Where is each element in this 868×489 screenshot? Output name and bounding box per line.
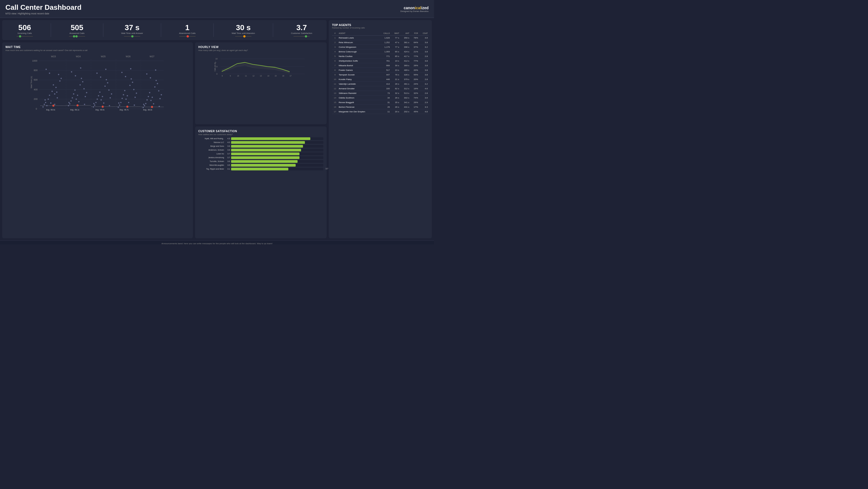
svg-point-47 — [55, 87, 57, 88]
agent-name: Reinwald Lowis — [338, 35, 379, 40]
svg-point-92 — [96, 72, 98, 74]
scatter-svg: 0 200 400 600 800 1000 Wait Time (s) — [5, 54, 190, 114]
wait-time-answer-value: 37 s — [125, 24, 140, 31]
svg-text:0: 0 — [36, 108, 37, 110]
svg-point-107 — [130, 78, 132, 80]
svg-text:1000: 1000 — [32, 59, 37, 62]
svg-point-128 — [157, 83, 158, 84]
scatter-container: 0 200 400 600 800 1000 Wait Time (s) — [5, 54, 190, 114]
footer: Announcements band: here you can write m… — [0, 240, 434, 245]
agent-csat: 3.2 — [419, 82, 429, 86]
col-agent: AGENT — [338, 31, 379, 35]
agent-csat: 3.6 — [419, 95, 429, 100]
col-wait: WAIT — [391, 31, 400, 35]
svg-point-97 — [118, 106, 119, 108]
agent-name: Koralle Patey — [338, 77, 379, 82]
svg-point-59 — [70, 100, 72, 102]
agent-name: Nerita Coultas — [338, 54, 379, 59]
svg-text:W23: W23 — [51, 55, 56, 58]
agent-fcr: 77% — [410, 59, 419, 63]
svg-text:5: 5 — [216, 65, 218, 68]
right-charts: HOURLY VIEW How many calls (on avg.) doe… — [195, 42, 327, 238]
csat-row-1: Hyatt, Will and Rodrig.. 4.3 — [198, 137, 323, 140]
agents-table: # AGENT CALLS WAIT AHT FCR CSAT 1 Reinwa… — [332, 31, 429, 114]
agent-calls: 517 — [379, 68, 391, 72]
svg-text:Avg.: 38.3s: Avg.: 38.3s — [143, 109, 152, 111]
agent-aht: 379 s — [400, 77, 410, 82]
svg-point-90 — [110, 97, 111, 98]
agent-wait: 76 s — [391, 72, 400, 77]
agent-aht: 461 s — [400, 82, 410, 86]
csat-title: CUSTOMER SATISFACTION — [198, 130, 323, 133]
svg-point-114 — [130, 68, 131, 69]
svg-text:Avg.: 46.7s: Avg.: 46.7s — [120, 109, 129, 111]
wait-time-subtitle: How much time are customers waiting for … — [5, 49, 190, 52]
stat-wait-time-abandon: 30 s Wait Time until Abandon — [231, 24, 255, 37]
svg-point-103 — [125, 98, 127, 100]
svg-point-64 — [77, 95, 78, 96]
stat-csat: 3.7 Customer Satisfaction — [291, 24, 312, 37]
stat-abandoned-calls: 1 Abandoned Calls — [179, 24, 195, 37]
svg-point-116 — [134, 104, 135, 106]
wait-time-answer-indicator — [124, 36, 140, 37]
answered-calls-label: Answered Calls — [69, 32, 85, 34]
left-panel: 506 Incoming Calls 505 Answered Calls 37… — [2, 20, 327, 238]
header-right: canonicalized Designed by Dorian Banutoi… — [400, 6, 429, 12]
agent-fcr: 37% — [410, 45, 419, 50]
svg-point-37 — [42, 106, 44, 108]
agent-aht: 396 s — [400, 45, 410, 50]
svg-point-55 — [44, 99, 46, 101]
svg-point-122 — [149, 92, 150, 93]
agent-name: Fowler Gaines — [338, 68, 379, 72]
svg-point-46 — [54, 93, 55, 95]
svg-point-91 — [111, 93, 112, 95]
svg-text:W24: W24 — [76, 55, 81, 58]
footer-text: Announcements band: here you can write m… — [161, 242, 272, 245]
wait-time-abandon-label: Wait Time until Abandon — [231, 32, 255, 34]
agent-csat: 3.8 — [419, 68, 429, 72]
csat-row-9: Toy, Rippin and Beier 3.1 3.7 — [198, 168, 323, 171]
svg-point-93 — [100, 77, 101, 78]
agent-csat: 3.8 — [419, 59, 429, 63]
agent-calls: 73 — [379, 91, 391, 95]
svg-text:17: 17 — [290, 75, 292, 77]
agent-aht: 381 s — [400, 40, 410, 45]
svg-point-32 — [52, 104, 55, 106]
csat-row-6: Jenkins-Armstrong 3.7 — [198, 156, 323, 159]
table-row: 15 Renee Biaggelli 31 35 s 341 s 26% 2.9 — [332, 100, 429, 105]
incoming-calls-indicator — [17, 36, 33, 37]
agent-name: Stillmann Ramelet — [338, 91, 379, 95]
wait-time-title: WAIT TIME — [5, 45, 190, 49]
csat-bars: Hyatt, Will and Rodrig.. 4.3 Nienow LLC … — [198, 137, 323, 171]
svg-point-112 — [121, 72, 123, 73]
svg-point-41 — [48, 98, 49, 100]
header: Call Center Dashboard MTD view: Highligh… — [0, 0, 434, 18]
agent-calls: 31 — [379, 100, 391, 105]
agent-wait: 35 s — [391, 100, 400, 105]
agent-aht: 202 s — [400, 110, 410, 114]
answered-calls-indicator — [69, 36, 85, 37]
svg-point-76 — [84, 104, 85, 105]
agent-aht: 513 s — [400, 91, 410, 95]
agent-fcr: 78% — [410, 35, 419, 40]
svg-point-54 — [54, 104, 55, 105]
svg-point-120 — [147, 99, 148, 101]
svg-point-115 — [118, 102, 120, 104]
abandoned-calls-indicator — [179, 36, 195, 37]
agent-wait: 47 s — [391, 40, 400, 45]
svg-point-129 — [158, 90, 159, 91]
dashboard-subtitle: MTD view: Highlighting most recent date — [5, 12, 82, 15]
svg-point-78 — [94, 104, 95, 106]
brand-name: canonicalized — [400, 6, 429, 10]
stat-answered-calls: 505 Answered Calls — [69, 24, 85, 37]
table-row: 11 Valentijn Lambdin 414 26 s 461 s 24% … — [332, 82, 429, 86]
agent-aht: 424 s — [400, 50, 410, 54]
csat-row-4: Anderson, Schoen 3.8 — [198, 149, 323, 151]
right-panel: TOP AGENTS Ranked by number of incoming … — [329, 20, 432, 238]
agent-csat: 3.2 — [419, 45, 429, 50]
agent-aht: 326 s — [400, 72, 410, 77]
abandoned-calls-label: Abandoned Calls — [179, 32, 195, 34]
agent-fcr: 19% — [410, 86, 419, 91]
svg-point-118 — [144, 105, 145, 106]
svg-point-56 — [56, 91, 58, 93]
